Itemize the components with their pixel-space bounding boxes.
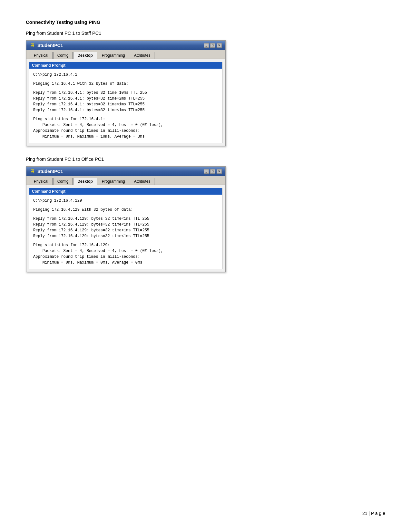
simulator-window-2: 🖥 StudentPC1 _ □ ✕ Physical Config Deskt…: [26, 166, 226, 272]
command-prompt-bar-2: Command Prompt: [29, 188, 222, 195]
terminal-line: [33, 213, 218, 216]
pc-icon-1: 🖥: [30, 43, 35, 48]
ping-label-1: Ping from Student PC 1 to Staff PC1: [26, 31, 385, 36]
terminal-line: Packets: Sent = 4, Received = 4, Lost = …: [33, 122, 218, 128]
window-controls-2: _ □ ✕: [204, 169, 222, 174]
footer-divider: [26, 506, 385, 506]
close-btn-2[interactable]: ✕: [217, 169, 222, 174]
tab-programming-2[interactable]: Programming: [98, 178, 129, 185]
terminal-line: Reply from 172.16.4.1: bytes=32 time=2ms…: [33, 96, 218, 102]
terminal-1[interactable]: C:\>ping 172.16.4.1 Pinging 172.16.4.1 w…: [29, 69, 222, 143]
ping-label-2: Ping from Student PC 1 to Office PC1: [26, 157, 385, 162]
terminal-line: Reply from 172.16.4.129: bytes=32 time<1…: [33, 222, 218, 227]
pc-icon-2: 🖥: [30, 169, 35, 174]
tabs-bar-2: Physical Config Desktop Programming Attr…: [26, 176, 225, 185]
terminal-line: Pinging 172.16.4.129 with 32 bytes of da…: [33, 207, 218, 213]
tab-desktop-1[interactable]: Desktop: [73, 52, 97, 59]
section-heading: Connectivity Testing using PING: [26, 19, 385, 25]
terminal-line: Reply from 172.16.4.1: bytes=32 time<1ms…: [33, 102, 218, 107]
terminal-line: [33, 204, 218, 207]
terminal-line: C:\>ping 172.16.4.129: [33, 198, 218, 204]
command-prompt-bar-1: Command Prompt: [29, 62, 222, 69]
terminal-line: Reply from 172.16.4.1: bytes=32 time=10m…: [33, 90, 218, 96]
terminal-line: Ping statistics for 172.16.4.1:: [33, 116, 218, 122]
simulator-window-1: 🖥 StudentPC1 _ □ ✕ Physical Config Deskt…: [26, 40, 226, 146]
terminal-line: Packets: Sent = 4, Received = 4, Lost = …: [33, 248, 218, 254]
terminal-line: [33, 87, 218, 90]
window-controls-1: _ □ ✕: [204, 43, 222, 48]
tab-physical-1[interactable]: Physical: [30, 52, 53, 59]
terminal-line: Minimum = 0ms, Maximum = 10ms, Average =…: [33, 134, 218, 140]
close-btn-1[interactable]: ✕: [217, 43, 222, 48]
window-title-2: StudentPC1: [37, 169, 63, 174]
tab-programming-1[interactable]: Programming: [98, 52, 129, 59]
terminal-line: [33, 78, 218, 81]
maximize-btn-2[interactable]: □: [210, 169, 215, 174]
terminal-line: Minimum = 0ms, Maximum = 0ms, Average = …: [33, 260, 218, 266]
terminal-line: Approximate round trip times in milli-se…: [33, 254, 218, 260]
tabs-bar-1: Physical Config Desktop Programming Attr…: [26, 50, 225, 59]
terminal-line: Reply from 172.16.4.129: bytes=32 time<1…: [33, 233, 218, 239]
window-content-2: Command Prompt C:\>ping 172.16.4.129 Pin…: [29, 188, 222, 269]
terminal-line: [33, 113, 218, 116]
terminal-line: Reply from 172.16.4.1: bytes=32 time<1ms…: [33, 107, 218, 113]
title-bar-1: 🖥 StudentPC1 _ □ ✕: [26, 41, 225, 50]
page-number: 21 | P a g e: [362, 511, 385, 516]
title-bar-2: 🖥 StudentPC1 _ □ ✕: [26, 167, 225, 176]
maximize-btn-1[interactable]: □: [210, 43, 215, 48]
minimize-btn-1[interactable]: _: [204, 43, 209, 48]
tab-attributes-2[interactable]: Attributes: [130, 178, 155, 185]
minimize-btn-2[interactable]: _: [204, 169, 209, 174]
terminal-line: [33, 239, 218, 242]
tab-config-1[interactable]: Config: [53, 52, 73, 59]
terminal-line: Ping statistics for 172.16.4.129:: [33, 242, 218, 248]
tab-config-2[interactable]: Config: [53, 178, 73, 185]
tab-attributes-1[interactable]: Attributes: [130, 52, 155, 59]
terminal-line: Pinging 172.16.4.1 with 32 bytes of data…: [33, 81, 218, 87]
tab-physical-2[interactable]: Physical: [30, 178, 53, 185]
window-title-1: StudentPC1: [37, 43, 63, 48]
terminal-line: Approximate round trip times in milli-se…: [33, 128, 218, 134]
terminal-line: C:\>ping 172.16.4.1: [33, 72, 218, 78]
window-content-1: Command Prompt C:\>ping 172.16.4.1 Pingi…: [29, 62, 222, 143]
page-content: Connectivity Testing using PING Ping fro…: [26, 19, 385, 272]
terminal-line: Reply from 172.16.4.129: bytes=32 time<1…: [33, 216, 218, 222]
terminal-line: Reply from 172.16.4.129: bytes=32 time<1…: [33, 227, 218, 233]
tab-desktop-2[interactable]: Desktop: [73, 178, 97, 185]
terminal-2[interactable]: C:\>ping 172.16.4.129 Pinging 172.16.4.1…: [29, 195, 222, 269]
